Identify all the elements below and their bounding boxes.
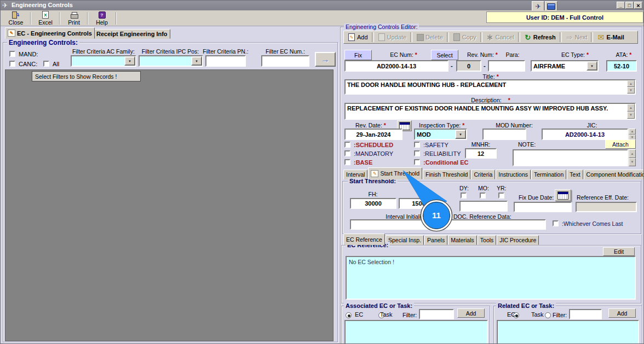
apply-filters-button[interactable]: → (315, 52, 336, 67)
mo-checkbox[interactable] (480, 193, 486, 199)
dy-checkbox[interactable] (461, 193, 467, 199)
tab-special-insp[interactable]: Special Insp. (386, 235, 424, 245)
base-checkbox[interactable] (344, 159, 350, 165)
filter-ipc-pos-combo[interactable]: ▼ (139, 55, 203, 67)
select-button[interactable]: Select (431, 50, 458, 60)
title-textbox[interactable]: THE DOOR HANDLE MOUNTING HUB - REPLACEME… (344, 79, 636, 95)
tab-text[interactable]: Text (567, 170, 583, 179)
jic-scrollbar[interactable]: ▲ ▼ (629, 129, 636, 140)
records-message: Select Filters to Show Records ! (35, 73, 117, 80)
tab-start-threshold[interactable]: ✎ Start Threshold (368, 167, 422, 179)
dropdown-icon[interactable]: ▼ (191, 56, 202, 66)
filter-pn-input[interactable] (205, 55, 246, 67)
scroll-up-icon[interactable]: ▲ (627, 104, 635, 112)
excel-button[interactable]: X Excel (32, 11, 59, 26)
fix-due-date-calendar-button[interactable] (555, 189, 571, 201)
fix-due-date-input[interactable] (514, 202, 572, 212)
dropdown-icon[interactable]: ▼ (586, 61, 597, 71)
filter-ec-num-input[interactable] (261, 55, 309, 67)
edit-button[interactable]: Edit (603, 247, 635, 256)
description-scrollbar[interactable]: ▲ ▼ (627, 104, 635, 119)
scroll-down-icon[interactable]: ▼ (627, 112, 635, 119)
dropdown-icon[interactable]: ▼ (455, 130, 466, 139)
help-button[interactable]: ? Help (89, 11, 115, 26)
related-filter-input[interactable] (569, 309, 602, 319)
tab-termination[interactable]: Termination (531, 170, 566, 179)
copy-button[interactable]: Copy (450, 32, 479, 43)
tab-ec-reference[interactable]: EC Reference (343, 234, 385, 245)
cancel-button[interactable]: ∗ Cancel (484, 32, 517, 43)
email-button[interactable]: ✉ E-Mail (594, 32, 626, 43)
all-checkbox[interactable] (43, 61, 49, 67)
tab-receipt-engineering-info[interactable]: Receipt Engineering Info (94, 29, 170, 39)
scheduled-checkbox[interactable] (344, 142, 350, 148)
fh-input[interactable]: 30000 (350, 198, 396, 209)
associated-ec-radio[interactable] (346, 312, 352, 318)
tab-instructions[interactable]: Instructions (496, 170, 531, 179)
tab-tools[interactable]: Tools (478, 235, 497, 245)
rev-date-input[interactable]: 29-Jan-2024 (344, 129, 403, 140)
dropdown-icon[interactable]: ▼ (124, 56, 135, 66)
add-button[interactable]: ✎ Add (345, 32, 371, 43)
tab-criteria[interactable]: Criteria (471, 170, 495, 179)
mnhr-label-text: MNHR: (472, 141, 490, 148)
note-scrollbar[interactable]: ▲ ▼ (629, 149, 636, 166)
interval-init-input[interactable] (350, 219, 546, 230)
scroll-down-icon[interactable]: ▼ (627, 87, 635, 94)
related-add-button[interactable]: Add (608, 308, 636, 318)
scroll-up-icon[interactable]: ▲ (629, 149, 636, 158)
ec-reference-content[interactable]: No EC Selection ! (346, 256, 636, 300)
description-textbox[interactable]: REPLACEMENT OF EXISTING DOOR HANDLE MOUN… (344, 103, 636, 120)
safety-checkbox[interactable] (414, 142, 420, 148)
rev-num-input[interactable]: 0 (456, 60, 481, 72)
date-threshold-input[interactable] (459, 201, 508, 212)
print-button[interactable]: Print (61, 11, 87, 26)
tab-component-modification[interactable]: Component Modification (584, 170, 644, 179)
mandatory-checkbox[interactable] (344, 150, 350, 156)
records-area[interactable]: Select Filters to Show Records ! (5, 69, 334, 341)
next-button[interactable]: ⇒ Next (563, 32, 590, 43)
ec-num-input[interactable]: AD2000-14-13 (344, 60, 449, 72)
canc-label: CANC: (19, 61, 37, 67)
fc-input[interactable]: 15000 (399, 198, 442, 209)
yr-checkbox[interactable] (498, 193, 504, 199)
scroll-up-icon[interactable]: ▲ (629, 129, 636, 135)
note-textarea[interactable] (513, 149, 628, 166)
related-task-radio[interactable] (545, 312, 551, 318)
mand-checkbox[interactable] (9, 51, 15, 57)
select-label: Select (436, 52, 452, 59)
tab-finish-threshold[interactable]: Finish Threshold (423, 170, 470, 179)
attach-button[interactable]: Attach (605, 139, 636, 149)
whichever-comes-last-checkbox[interactable] (553, 220, 559, 226)
close-button[interactable]: ↴ Close (3, 11, 29, 26)
tab-panels[interactable]: Panels (424, 235, 447, 245)
tab-ec-engineering-controls[interactable]: ✎ EC - Engineering Controls (5, 27, 95, 39)
inspection-type-combo[interactable]: MOD ▼ (414, 129, 467, 140)
jic-field[interactable]: AD2000-14-13 (542, 129, 628, 140)
ec-type-combo[interactable]: AIRFRAME ▼ (531, 60, 599, 72)
associated-add-button[interactable]: Add (457, 308, 485, 318)
mnhr-input[interactable]: 12 (465, 148, 497, 159)
related-ec-list[interactable] (497, 320, 639, 344)
ata-field[interactable]: 52-10 (606, 60, 637, 72)
conditional-ec-checkbox[interactable] (414, 159, 420, 165)
associated-filter-input[interactable] (419, 309, 454, 319)
title-scrollbar[interactable]: ▲ ▼ (627, 80, 635, 94)
para-input[interactable] (488, 60, 525, 72)
scroll-up-icon[interactable]: ▲ (627, 80, 635, 87)
mod-number-input[interactable] (482, 129, 526, 140)
refresh-button[interactable]: ↻ Refresh (521, 32, 559, 43)
fix-button[interactable]: Fix (344, 50, 372, 60)
filter-ac-family-combo[interactable]: ▼ (71, 55, 136, 67)
canc-checkbox[interactable] (9, 61, 15, 67)
reliability-checkbox[interactable] (414, 150, 420, 156)
update-button[interactable]: Update (375, 32, 409, 43)
delete-button[interactable]: Delete (413, 32, 446, 43)
associated-ec-list[interactable] (344, 320, 488, 344)
tab-materials[interactable]: Materials (448, 235, 477, 245)
tab-jic-procedure[interactable]: JIC Procedure (497, 235, 539, 245)
minimize-button[interactable]: _ (617, 2, 625, 9)
scroll-down-icon[interactable]: ▼ (629, 158, 636, 167)
close-window-button[interactable]: × (634, 2, 642, 9)
maximize-button[interactable]: □ (625, 2, 634, 9)
